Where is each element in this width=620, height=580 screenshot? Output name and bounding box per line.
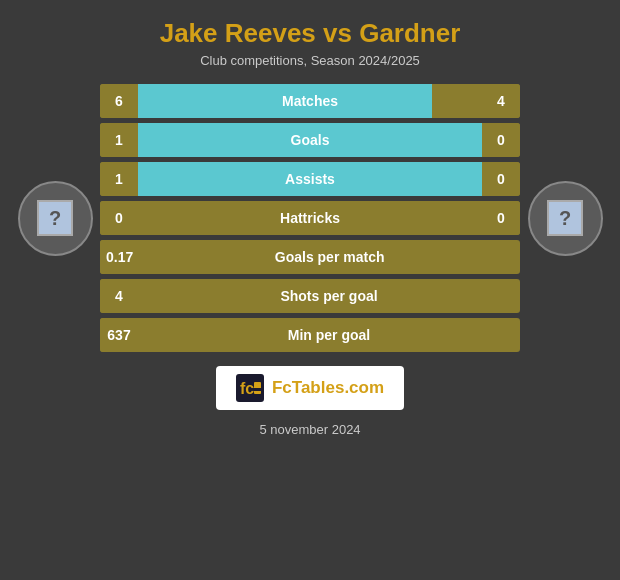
left-player-avatar: ? xyxy=(10,181,100,256)
stat-right-goals: 0 xyxy=(482,123,520,157)
stats-container: 6 Matches 4 1 Goals 0 1 Assists 0 0 Hatt… xyxy=(100,84,520,352)
stat-left-hattricks: 0 xyxy=(100,201,138,235)
footer-date: 5 november 2024 xyxy=(259,422,360,437)
stat-row-shots-per-goal: 4 Shots per goal xyxy=(100,279,520,313)
stat-row-min-per-goal: 637 Min per goal xyxy=(100,318,520,352)
branding-box: fc FcTables.com xyxy=(216,366,404,410)
brand-text: FcTables.com xyxy=(272,378,384,398)
page-subtitle: Club competitions, Season 2024/2025 xyxy=(10,53,610,68)
stat-label-assists: Assists xyxy=(138,171,482,187)
header: Jake Reeves vs Gardner Club competitions… xyxy=(0,0,620,74)
stat-left-goals: 1 xyxy=(100,123,138,157)
brand-fc: Fc xyxy=(272,378,292,397)
stat-label-hattricks: Hattricks xyxy=(138,210,482,226)
stat-left-shots-per-goal: 4 xyxy=(100,279,138,313)
stat-label-min-per-goal: Min per goal xyxy=(138,327,520,343)
svg-text:fc: fc xyxy=(240,380,254,397)
stat-left-min-per-goal: 637 xyxy=(100,318,138,352)
stat-label-shots-per-goal: Shots per goal xyxy=(138,288,520,304)
left-avatar-circle: ? xyxy=(18,181,93,256)
stat-row-assists: 1 Assists 0 xyxy=(100,162,520,196)
right-avatar-placeholder: ? xyxy=(547,200,583,236)
brand-icon: fc xyxy=(236,374,264,402)
stat-right-hattricks: 0 xyxy=(482,201,520,235)
stat-row-hattricks: 0 Hattricks 0 xyxy=(100,201,520,235)
left-avatar-placeholder: ? xyxy=(37,200,73,236)
stat-label-goals: Goals xyxy=(138,132,482,148)
stat-row-matches: 6 Matches 4 xyxy=(100,84,520,118)
stat-label-goals-per-match: Goals per match xyxy=(139,249,520,265)
stat-right-assists: 0 xyxy=(482,162,520,196)
page-title: Jake Reeves vs Gardner xyxy=(10,18,610,49)
stat-row-goals: 1 Goals 0 xyxy=(100,123,520,157)
stat-label-matches: Matches xyxy=(138,93,482,109)
brand-tables: Tables.com xyxy=(292,378,384,397)
right-avatar-circle: ? xyxy=(528,181,603,256)
stat-left-assists: 1 xyxy=(100,162,138,196)
svg-rect-3 xyxy=(254,388,261,391)
stat-left-matches: 6 xyxy=(100,84,138,118)
stat-right-matches: 4 xyxy=(482,84,520,118)
right-player-avatar: ? xyxy=(520,181,610,256)
main-content: ? 6 Matches 4 1 Goals 0 1 Assists 0 0 Ha… xyxy=(0,84,620,352)
stat-left-goals-per-match: 0.17 xyxy=(100,240,139,274)
stat-row-goals-per-match: 0.17 Goals per match xyxy=(100,240,520,274)
